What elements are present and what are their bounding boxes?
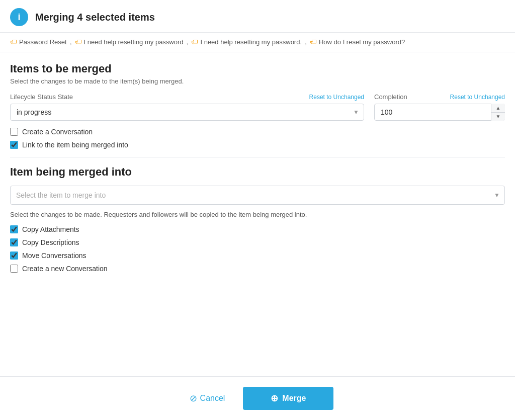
cancel-button[interactable]: ⊘ Cancel xyxy=(182,389,233,408)
lifecycle-select-wrapper: in progress open closed pending ▼ xyxy=(10,104,364,121)
tag-icon-2: 🏷 xyxy=(75,38,82,46)
move-conversations-label[interactable]: Move Conversations xyxy=(22,251,87,260)
main-content: Items to be merged Select the changes to… xyxy=(0,52,515,366)
tag-sep-2: , xyxy=(187,38,189,46)
copy-descriptions-checkbox[interactable] xyxy=(10,238,18,246)
completion-label: Completion xyxy=(374,93,407,101)
tags-row: 🏷 Password Reset , 🏷 I need help resetti… xyxy=(0,33,515,52)
copy-attachments-label[interactable]: Copy Attachments xyxy=(22,225,79,233)
checkbox-copy-attachments-row: Copy Attachments xyxy=(10,225,505,233)
lifecycle-select[interactable]: in progress open closed pending xyxy=(10,104,364,121)
checkbox-create-conversation-row: Create a Conversation xyxy=(10,128,505,136)
merge-into-select[interactable] xyxy=(10,186,505,205)
move-conversations-checkbox[interactable] xyxy=(10,251,18,260)
completion-reset-link[interactable]: Reset to Unchanged xyxy=(450,94,505,101)
create-conversation-label[interactable]: Create a Conversation xyxy=(22,128,93,136)
tag-sep-3: , xyxy=(305,38,307,46)
merge-button[interactable]: ⊕ Merge xyxy=(243,387,333,410)
checkbox-create-new-conversation-row: Create a new Conversation xyxy=(10,265,505,273)
section1-title: Items to be merged xyxy=(10,62,505,75)
form-row-lifecycle: Lifecycle Status State Reset to Unchange… xyxy=(10,93,505,121)
completion-label-row: Completion Reset to Unchanged xyxy=(374,93,505,101)
completion-increment-button[interactable]: ▲ xyxy=(491,104,505,113)
tag-icon-4: 🏷 xyxy=(310,38,317,46)
section1-subtitle: Select the changes to be made to the ite… xyxy=(10,77,505,85)
create-new-conversation-checkbox[interactable] xyxy=(10,265,18,273)
footer: ⊘ Cancel ⊕ Merge xyxy=(0,376,515,420)
lifecycle-reset-link[interactable]: Reset to Unchanged xyxy=(309,94,364,101)
page-title: Merging 4 selected items xyxy=(35,12,155,23)
cancel-label: Cancel xyxy=(200,394,225,403)
tag-icon-1: 🏷 xyxy=(10,38,17,46)
copy-attachments-checkbox[interactable] xyxy=(10,225,18,233)
cancel-icon: ⊘ xyxy=(190,393,197,404)
section-divider xyxy=(10,157,505,157)
completion-input-wrapper: ▲ ▼ xyxy=(374,104,505,121)
merge-label: Merge xyxy=(282,394,306,403)
tag-label-3: I need help resetting my password. xyxy=(200,38,302,46)
copy-descriptions-label[interactable]: Copy Descriptions xyxy=(22,238,79,246)
completion-field-group: Completion Reset to Unchanged ▲ ▼ xyxy=(374,93,505,121)
link-item-label[interactable]: Link to the item being merged into xyxy=(22,141,128,149)
lifecycle-label: Lifecycle Status State xyxy=(10,93,73,101)
tag-label-4: How do I reset my password? xyxy=(319,38,405,46)
header: i Merging 4 selected items xyxy=(0,0,515,33)
checkbox-copy-descriptions-row: Copy Descriptions xyxy=(10,238,505,246)
create-conversation-checkbox[interactable] xyxy=(10,128,18,136)
section2: Item being merged into Select the item t… xyxy=(10,165,505,273)
tag-label-2: I need help resetting my password xyxy=(84,38,184,46)
merge-select-wrapper: Select the item to merge into ▼ xyxy=(10,186,505,205)
lifecycle-label-row: Lifecycle Status State Reset to Unchange… xyxy=(10,93,364,101)
tag-sep-1: , xyxy=(70,38,72,46)
completion-input[interactable] xyxy=(374,104,505,121)
merge-icon: ⊕ xyxy=(271,393,278,404)
tag-label-1: Password Reset xyxy=(19,38,67,46)
info-icon: i xyxy=(10,8,28,26)
tag-4: 🏷 How do I reset my password? xyxy=(310,38,405,46)
tag-3: 🏷 I need help resetting my password. xyxy=(191,38,302,46)
lifecycle-field-group: Lifecycle Status State Reset to Unchange… xyxy=(10,93,364,121)
create-new-conversation-label[interactable]: Create a new Conversation xyxy=(22,265,108,273)
link-item-checkbox[interactable] xyxy=(10,141,18,149)
checkbox-link-item-row: Link to the item being merged into xyxy=(10,141,505,149)
page-wrapper: i Merging 4 selected items 🏷 Password Re… xyxy=(0,0,515,420)
tag-2: 🏷 I need help resetting my password xyxy=(75,38,184,46)
checkbox-move-conversations-row: Move Conversations xyxy=(10,251,505,260)
completion-spinners: ▲ ▼ xyxy=(491,104,505,121)
tag-icon-3: 🏷 xyxy=(191,38,198,46)
completion-decrement-button[interactable]: ▼ xyxy=(491,113,505,121)
tag-1: 🏷 Password Reset xyxy=(10,38,67,46)
merge-info-text: Select the changes to be made. Requester… xyxy=(10,211,505,218)
section2-title: Item being merged into xyxy=(10,165,505,179)
